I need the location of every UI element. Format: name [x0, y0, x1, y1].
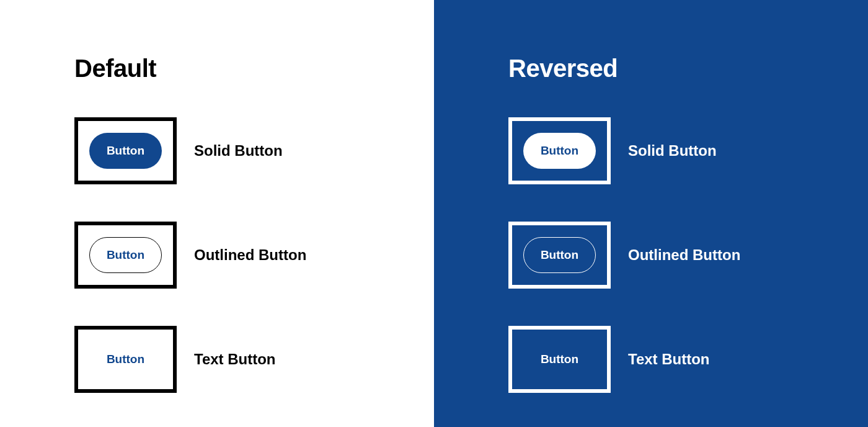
- panel-reversed: Reversed Button Solid Button Button Outl…: [434, 0, 868, 427]
- row-text-reversed: Button Text Button: [508, 326, 868, 393]
- label-solid-reversed: Solid Button: [628, 142, 717, 160]
- frame-solid-reversed: Button: [508, 117, 611, 184]
- solid-button-reversed[interactable]: Button: [523, 133, 596, 169]
- label-outlined-reversed: Outlined Button: [628, 246, 740, 264]
- label-text-default: Text Button: [194, 351, 276, 368]
- outlined-button-default[interactable]: Button: [89, 237, 162, 273]
- row-outlined-reversed: Button Outlined Button: [508, 222, 868, 289]
- panel-default-title: Default: [74, 55, 434, 83]
- frame-solid-default: Button: [74, 117, 177, 184]
- label-outlined-default: Outlined Button: [194, 246, 306, 264]
- label-text-reversed: Text Button: [628, 351, 710, 368]
- text-button-reversed[interactable]: Button: [523, 341, 596, 377]
- frame-text-default: Button: [74, 326, 177, 393]
- row-outlined-default: Button Outlined Button: [74, 222, 434, 289]
- text-button-default[interactable]: Button: [89, 341, 162, 377]
- row-text-default: Button Text Button: [74, 326, 434, 393]
- row-solid-default: Button Solid Button: [74, 117, 434, 184]
- outlined-button-reversed[interactable]: Button: [523, 237, 596, 273]
- solid-button-default[interactable]: Button: [89, 133, 162, 169]
- row-solid-reversed: Button Solid Button: [508, 117, 868, 184]
- panel-reversed-title: Reversed: [508, 55, 868, 83]
- frame-outlined-default: Button: [74, 222, 177, 289]
- frame-text-reversed: Button: [508, 326, 611, 393]
- label-solid-default: Solid Button: [194, 142, 283, 160]
- frame-outlined-reversed: Button: [508, 222, 611, 289]
- panel-default: Default Button Solid Button Button Outli…: [0, 0, 434, 427]
- button-styles-diagram: Default Button Solid Button Button Outli…: [0, 0, 868, 427]
